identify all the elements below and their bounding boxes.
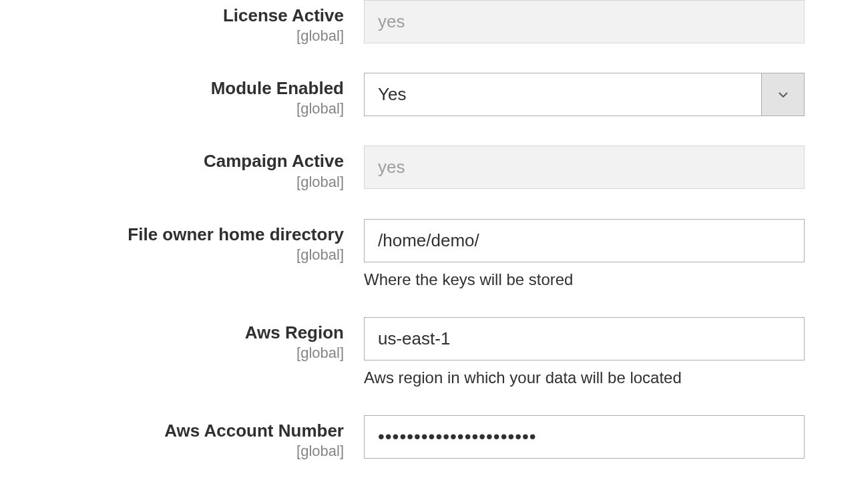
scope-label: [global]: [0, 443, 344, 460]
scope-label: [global]: [0, 174, 344, 191]
input-column: [364, 415, 805, 459]
home-directory-label: File owner home directory: [0, 224, 344, 245]
module-enabled-row: Module Enabled [global] Yes: [0, 73, 868, 117]
label-column: File owner home directory [global]: [0, 219, 364, 264]
module-enabled-label: Module Enabled: [0, 78, 344, 99]
scope-label: [global]: [0, 344, 344, 362]
input-column: Yes: [364, 73, 805, 116]
aws-region-hint: Aws region in which your data will be lo…: [364, 369, 805, 387]
input-column: [364, 146, 805, 189]
aws-account-number-row: Aws Account Number [global]: [0, 415, 868, 460]
aws-account-number-input[interactable]: [364, 415, 805, 459]
campaign-active-label: Campaign Active: [0, 151, 344, 172]
scope-label: [global]: [0, 100, 344, 117]
input-column: Where the keys will be stored: [364, 219, 805, 289]
campaign-active-row: Campaign Active [global]: [0, 146, 868, 190]
config-form: License Active [global] Module Enabled […: [0, 0, 868, 460]
license-active-input: [364, 0, 805, 43]
campaign-active-input: [364, 146, 805, 189]
license-active-row: License Active [global]: [0, 0, 868, 45]
scope-label: [global]: [0, 246, 344, 264]
license-active-label: License Active: [0, 5, 344, 26]
home-directory-input[interactable]: [364, 219, 805, 262]
label-column: License Active [global]: [0, 0, 364, 45]
label-column: Aws Account Number [global]: [0, 415, 364, 460]
label-column: Module Enabled [global]: [0, 73, 364, 117]
label-column: Campaign Active [global]: [0, 146, 364, 190]
scope-label: [global]: [0, 27, 344, 45]
home-directory-hint: Where the keys will be stored: [364, 270, 805, 289]
module-enabled-select[interactable]: Yes: [364, 73, 805, 116]
input-column: [364, 0, 805, 43]
home-directory-row: File owner home directory [global] Where…: [0, 219, 868, 289]
aws-region-row: Aws Region [global] Aws region in which …: [0, 317, 868, 387]
input-column: Aws region in which your data will be lo…: [364, 317, 805, 387]
aws-account-number-label: Aws Account Number: [0, 421, 344, 441]
aws-region-input[interactable]: [364, 317, 805, 360]
aws-region-label: Aws Region: [0, 322, 344, 343]
select-value: Yes: [364, 73, 805, 116]
chevron-down-icon: [779, 92, 788, 97]
label-column: Aws Region [global]: [0, 317, 364, 362]
dropdown-arrow-button[interactable]: [761, 73, 805, 116]
